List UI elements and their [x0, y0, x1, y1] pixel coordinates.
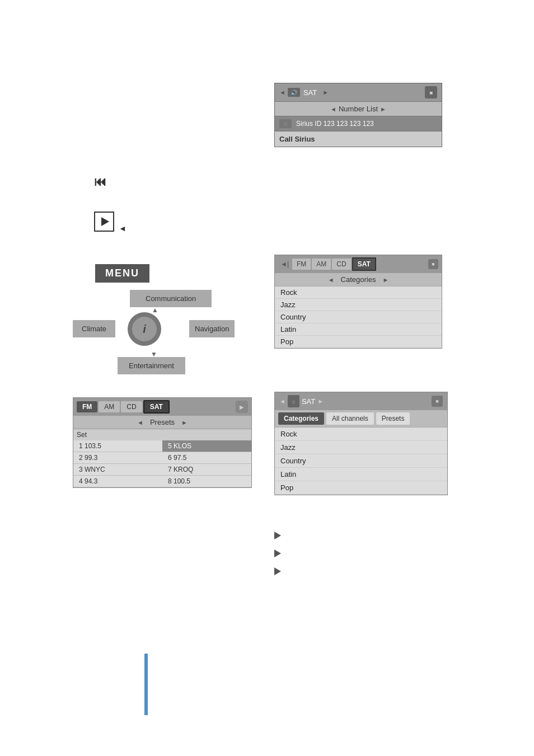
- sat-signal-icon: ☆: [288, 395, 299, 407]
- src-tab-am[interactable]: AM: [312, 259, 331, 270]
- presets-nav-row: ◄ Presets ►: [73, 416, 251, 429]
- play-triangle-icon: [101, 217, 109, 226]
- communication-label: Communication: [146, 294, 196, 303]
- nl-arrow-left[interactable]: ◄: [330, 106, 336, 112]
- menu-button[interactable]: MENU: [95, 264, 149, 283]
- preset-5[interactable]: 5 KLOS: [162, 440, 251, 452]
- play-row-1: [274, 532, 287, 539]
- nl-arrow-right[interactable]: ►: [380, 106, 386, 112]
- sat-right-arr[interactable]: ►: [317, 398, 324, 405]
- cat-label: Categories: [341, 275, 376, 284]
- sat-title: SAT: [303, 88, 317, 97]
- nav-entertainment[interactable]: Entertainment: [118, 357, 185, 374]
- presets-arrow-left[interactable]: ◄: [137, 419, 143, 426]
- corner-button[interactable]: ■: [425, 86, 437, 98]
- sat-bottom-title: SAT: [302, 397, 315, 406]
- cat-item-country-1[interactable]: Country: [275, 311, 442, 323]
- cat-item-pop-1[interactable]: Pop: [275, 336, 442, 348]
- tab-presets[interactable]: Presets: [376, 412, 410, 425]
- play-button[interactable]: [94, 212, 114, 232]
- tab-fm[interactable]: FM: [77, 401, 97, 412]
- nav-climate[interactable]: Climate: [73, 320, 115, 337]
- sat-left-arr[interactable]: ◄: [279, 398, 285, 405]
- sat-item-country[interactable]: Country: [275, 454, 447, 468]
- small-arrow-left-icon[interactable]: ◄: [119, 224, 127, 233]
- sirius-id-text: Sirius ID 123 123 123 123: [296, 120, 374, 128]
- climate-label: Climate: [82, 325, 106, 333]
- presets-corner-btn[interactable]: ▶: [236, 401, 248, 413]
- info-icon: i: [132, 317, 157, 341]
- set-row: Set: [73, 429, 251, 440]
- tab-sat[interactable]: SAT: [143, 400, 170, 414]
- sat-bottom-corner-btn[interactable]: ■: [432, 396, 443, 407]
- call-sirius-label[interactable]: Call Sirius: [275, 132, 442, 147]
- down-arrow-icon: ▼: [151, 350, 157, 358]
- sirius-icon: ☆: [279, 119, 292, 128]
- tab-categories[interactable]: Categories: [278, 412, 324, 425]
- play-row-2: [274, 550, 287, 557]
- arrow-right-icon[interactable]: ►: [322, 89, 329, 96]
- nav-communication[interactable]: Communication: [130, 290, 212, 307]
- tab-all-channels[interactable]: All channels: [326, 412, 374, 425]
- speaker-icon: 🔊: [288, 88, 300, 97]
- preset-8[interactable]: 8 100.5: [162, 476, 251, 487]
- play-row-3: [274, 567, 287, 575]
- sat-top-screen: ◄ 🔊 SAT ► ■ ◄ Number List ► ☆ Sirius ID …: [274, 83, 442, 147]
- preset-2[interactable]: 2 99.3: [73, 452, 162, 464]
- presets-label: Presets: [150, 418, 175, 426]
- src-tab-cd[interactable]: CD: [332, 259, 350, 270]
- preset-3[interactable]: 3 WNYC: [73, 464, 162, 476]
- cat-item-rock-1[interactable]: Rock: [275, 287, 442, 299]
- play-icons-area: [274, 532, 287, 585]
- cat-item-jazz-1[interactable]: Jazz: [275, 299, 442, 311]
- play-icon-2[interactable]: [274, 550, 281, 557]
- sirius-id-row: ☆ Sirius ID 123 123 123 123: [275, 116, 442, 132]
- up-arrow-icon: ▲: [152, 306, 158, 314]
- number-list-label: Number List: [339, 105, 378, 113]
- sat-bottom-tabs: Categories All channels Presets: [275, 410, 447, 428]
- src-tab-sat[interactable]: SAT: [352, 257, 376, 271]
- sat-item-pop[interactable]: Pop: [275, 481, 447, 495]
- fm-presets-screen: FM AM CD SAT ▶ ◄ Presets ► Set 1 103.5 5…: [73, 397, 252, 488]
- tab-am[interactable]: AM: [99, 401, 120, 412]
- presets-arrow-right[interactable]: ►: [181, 419, 188, 426]
- menu-label: MENU: [105, 267, 139, 279]
- nav-navigation[interactable]: Navigation: [189, 320, 235, 337]
- cat-arrow-left[interactable]: ◄: [328, 276, 334, 283]
- preset-1[interactable]: 1 103.5: [73, 440, 162, 452]
- preset-grid: 1 103.5 5 KLOS 2 99.3 6 97.5 3 WNYC 7 KR…: [73, 440, 251, 487]
- sat-bottom-top-bar: ◄ ☆ SAT ► ■: [275, 392, 447, 410]
- sat-item-rock[interactable]: Rock: [275, 428, 447, 441]
- cat-item-latin-1[interactable]: Latin: [275, 323, 442, 336]
- play-icon-1[interactable]: [274, 532, 281, 539]
- preset-4[interactable]: 4 94.3: [73, 476, 162, 487]
- set-label: Set: [77, 431, 87, 439]
- vol-icon: ◄|: [278, 259, 291, 269]
- src-tab-fm[interactable]: FM: [292, 259, 311, 270]
- cat-corner-btn[interactable]: ■: [428, 259, 438, 269]
- presets-tab-row: FM AM CD SAT ▶: [73, 398, 251, 416]
- rewind-icon[interactable]: ⏮: [94, 173, 106, 189]
- preset-7[interactable]: 7 KROQ: [162, 464, 251, 476]
- sat-item-latin[interactable]: Latin: [275, 468, 447, 481]
- cat-arrow-right[interactable]: ►: [382, 276, 388, 283]
- number-list-row[interactable]: ◄ Number List ►: [275, 102, 442, 116]
- sat-item-jazz[interactable]: Jazz: [275, 441, 447, 454]
- nav-center-button[interactable]: i: [128, 312, 161, 346]
- sat-categories-top-screen: ◄| FM AM CD SAT ■ ◄ Categories ► Rock Ja…: [274, 255, 442, 349]
- navigation-label: Navigation: [195, 325, 229, 333]
- sat-categories-bottom-screen: ◄ ☆ SAT ► ■ Categories All channels Pres…: [274, 392, 448, 495]
- cat-nav-row: ◄ Categories ►: [275, 273, 442, 287]
- preset-6[interactable]: 6 97.5: [162, 452, 251, 464]
- blue-vertical-bar: [144, 654, 148, 715]
- cat-top-tab-bar: ◄| FM AM CD SAT ■: [275, 255, 442, 273]
- tab-cd[interactable]: CD: [121, 401, 142, 412]
- arrow-left-icon[interactable]: ◄: [279, 89, 285, 96]
- entertainment-label: Entertainment: [129, 361, 174, 370]
- sat-top-title-row: ◄ 🔊 SAT ► ■: [275, 83, 442, 102]
- play-icon-3[interactable]: [274, 567, 281, 575]
